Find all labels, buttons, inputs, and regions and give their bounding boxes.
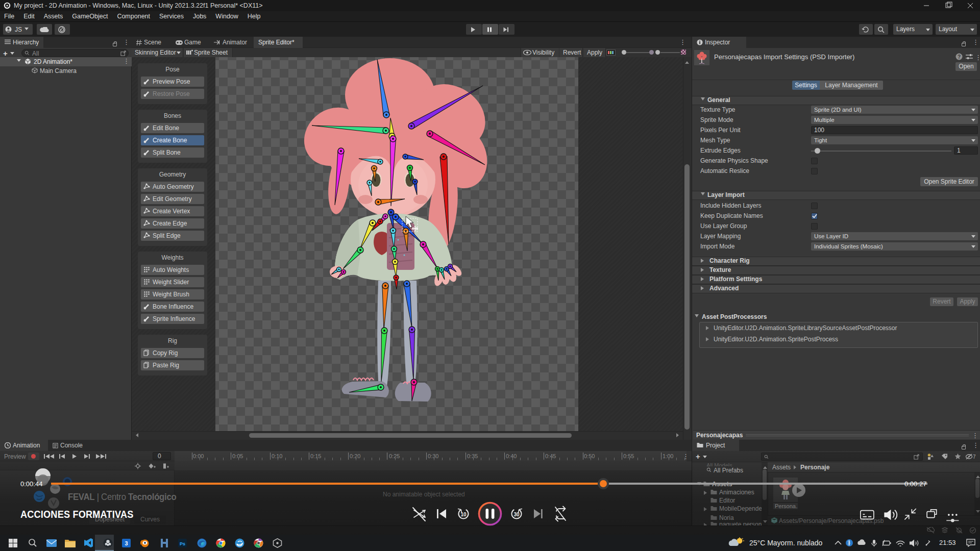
svg-text:7: 7 xyxy=(973,454,976,460)
svg-text:3: 3 xyxy=(125,540,128,546)
svg-text:Ps: Ps xyxy=(180,541,185,546)
svg-text:10: 10 xyxy=(460,512,467,517)
svg-text:30: 30 xyxy=(513,512,520,517)
svg-text:?: ? xyxy=(958,54,961,60)
